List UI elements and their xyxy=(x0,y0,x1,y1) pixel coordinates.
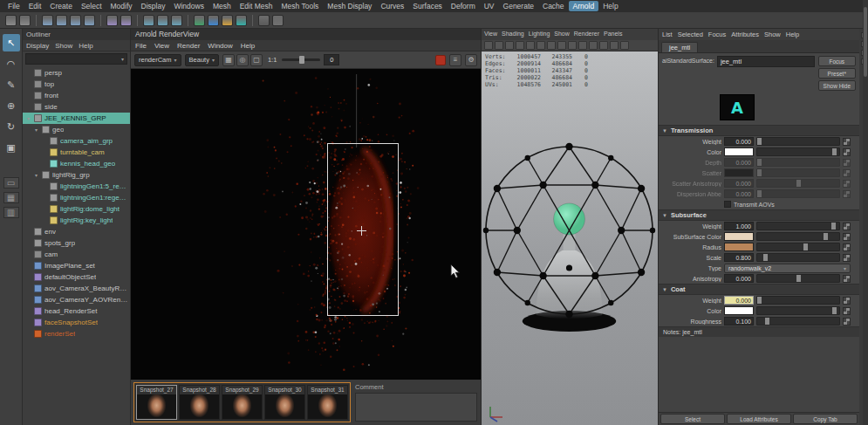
snapshot-thumbnail[interactable]: Snapshot_30 xyxy=(264,385,305,420)
slider-anisotropy[interactable] xyxy=(756,274,840,283)
slider-handle-icon[interactable] xyxy=(765,318,769,325)
slider-depth[interactable] xyxy=(756,158,840,167)
slider-handle-icon[interactable] xyxy=(757,159,762,166)
outliner-item[interactable]: side xyxy=(23,101,130,113)
slider-scatter-anisotropy[interactable] xyxy=(756,179,840,188)
gate-mask-icon[interactable] xyxy=(589,41,598,50)
map-button-icon[interactable] xyxy=(843,148,851,156)
ae-footer-button-select[interactable]: Select xyxy=(660,414,725,424)
dropdown-type[interactable]: randomwalk_v2▾ xyxy=(724,264,851,273)
scrollbar-handle[interactable] xyxy=(864,7,867,77)
value-field-weight[interactable]: 0.000 xyxy=(724,296,754,305)
camera-attributes-icon[interactable] xyxy=(505,41,514,50)
shelf-icon-history[interactable] xyxy=(106,15,118,26)
outliner-item[interactable]: camera_aim_grp xyxy=(23,135,130,147)
ae-menu-show[interactable]: Show xyxy=(764,31,781,38)
shelf-icon-construction[interactable] xyxy=(120,15,132,26)
menu-modify[interactable]: Modify xyxy=(106,1,137,11)
slider-handle-icon[interactable] xyxy=(757,190,762,197)
map-button-icon[interactable] xyxy=(843,243,851,251)
safe-action-icon[interactable] xyxy=(599,41,608,50)
value-field-scatter-anisotropy[interactable]: 0.000 xyxy=(724,179,754,188)
shelf-icon-play[interactable] xyxy=(258,15,270,26)
slider-handle-icon[interactable] xyxy=(803,243,808,250)
ae-menu-selected[interactable]: Selected xyxy=(678,31,703,38)
section-header-subsurface[interactable]: ▼Subsurface xyxy=(659,209,859,221)
checkbox-transmit-aovs[interactable] xyxy=(724,201,731,208)
isolate-select-icon[interactable]: ◎ xyxy=(236,54,249,66)
slider-dispersion-abbe[interactable] xyxy=(756,189,840,198)
aov-dropdown[interactable]: Beauty ▾ xyxy=(185,54,219,66)
map-button-icon[interactable] xyxy=(843,275,851,283)
notes-bar[interactable]: Notes: jee_mtl xyxy=(659,326,859,337)
outliner-item[interactable]: top xyxy=(23,79,130,90)
shelf-icon-snap-plane[interactable] xyxy=(84,15,95,26)
shelf-icon-snap-point[interactable] xyxy=(70,15,81,26)
snapshot-thumbnail[interactable]: Snapshot_31 xyxy=(307,385,348,420)
renderview-menu-file[interactable]: File xyxy=(135,42,147,49)
color-swatch-scatter[interactable] xyxy=(724,168,754,177)
slider-handle-icon[interactable] xyxy=(757,297,762,304)
outliner-item[interactable]: kennis_head_geo xyxy=(23,158,130,169)
outliner-item[interactable]: faceSnapshotSet xyxy=(23,317,130,328)
viewport-menu-renderer[interactable]: Renderer xyxy=(574,31,599,38)
color-swatch-radius[interactable] xyxy=(724,243,754,251)
outliner-menu-show[interactable]: Show xyxy=(55,42,72,49)
shelf-icon-ipr-render[interactable] xyxy=(157,15,168,26)
outliner-item[interactable]: spots_grp xyxy=(23,237,130,249)
menu-mesh[interactable]: Mesh xyxy=(208,1,236,11)
bookmark-icon[interactable] xyxy=(516,41,524,50)
outliner-search-input[interactable]: ▾ xyxy=(25,53,127,65)
shelf-icon-mash[interactable] xyxy=(222,15,233,26)
menu-icon[interactable]: ≡ xyxy=(449,54,461,66)
color-swatch-color[interactable] xyxy=(724,147,754,156)
stop-render-button[interactable] xyxy=(435,55,446,65)
ae-button-show-hide[interactable]: Show Hide xyxy=(818,80,856,91)
value-field-scale[interactable]: 0.800 xyxy=(724,253,754,262)
outliner-item[interactable]: aov_CameraY_AOVRenderableID xyxy=(23,294,130,305)
expand-arrow-icon[interactable]: ▾ xyxy=(33,127,39,133)
viewport-menu-lighting[interactable]: Lighting xyxy=(529,31,550,38)
menu-create[interactable]: Create xyxy=(45,1,77,11)
renderview-menu-view[interactable]: View xyxy=(154,42,169,49)
shelf-icon-redo[interactable] xyxy=(19,15,31,26)
map-button-icon[interactable] xyxy=(843,159,851,167)
camera-dropdown[interactable]: renderCam ▾ xyxy=(134,54,181,66)
move-tool[interactable]: ⊕ xyxy=(3,97,20,114)
outliner-item[interactable]: lightningGen1:regen_dome xyxy=(23,192,130,203)
value-field-roughness[interactable]: 0.100 xyxy=(724,317,754,326)
outliner-item[interactable]: front xyxy=(23,90,130,101)
slider-weight[interactable] xyxy=(756,137,840,146)
snapshot-thumbnail[interactable]: Snapshot_29 xyxy=(222,385,263,420)
menu-arnold[interactable]: Arnold xyxy=(569,1,599,11)
map-button-icon[interactable] xyxy=(843,318,851,326)
gear-icon[interactable]: ⚙ xyxy=(465,54,477,66)
outliner-item[interactable]: ▾lightRig_grp xyxy=(23,169,130,181)
map-button-icon[interactable] xyxy=(843,190,851,198)
menu-help[interactable]: Help xyxy=(598,1,622,11)
slider-scale[interactable] xyxy=(756,253,840,262)
select-tool[interactable]: ↖ xyxy=(3,34,20,51)
exposure-value-field[interactable]: 0 xyxy=(324,54,339,65)
scale-tool[interactable]: ▣ xyxy=(3,139,20,156)
grid-icon[interactable] xyxy=(557,41,566,50)
outliner-item[interactable]: aov_CameraX_BeautyRenderableID xyxy=(23,283,130,294)
lasso-select-tool[interactable]: ◠ xyxy=(3,55,20,72)
outliner-item[interactable]: cam xyxy=(23,249,130,260)
ae-footer-button-load-attributes[interactable]: Load Attributes xyxy=(727,414,791,424)
shelf-icon-snap-grid[interactable] xyxy=(42,15,53,26)
node-name-field[interactable]: jee_mtl xyxy=(717,56,815,67)
value-field-weight[interactable]: 1.000 xyxy=(724,222,754,230)
color-swatch-color[interactable] xyxy=(724,306,754,315)
four-pane-layout-button[interactable]: ▦ xyxy=(3,192,19,203)
outliner-item[interactable]: env xyxy=(23,226,130,237)
safe-title-icon[interactable] xyxy=(610,41,619,50)
outliner-item[interactable]: turntable_cam xyxy=(23,147,130,158)
shelf-icon-undo[interactable] xyxy=(5,15,17,26)
viewport-canvas[interactable]: Verts:10004572433550Edges:20009144866840… xyxy=(482,51,658,425)
section-header-transmission[interactable]: ▼Transmission xyxy=(659,125,859,136)
slider-handle-icon[interactable] xyxy=(832,307,837,314)
viewport-menu-show[interactable]: Show xyxy=(554,31,570,38)
viewport-menu-view[interactable]: View xyxy=(484,31,497,38)
outliner-menu-display[interactable]: Display xyxy=(26,42,49,49)
